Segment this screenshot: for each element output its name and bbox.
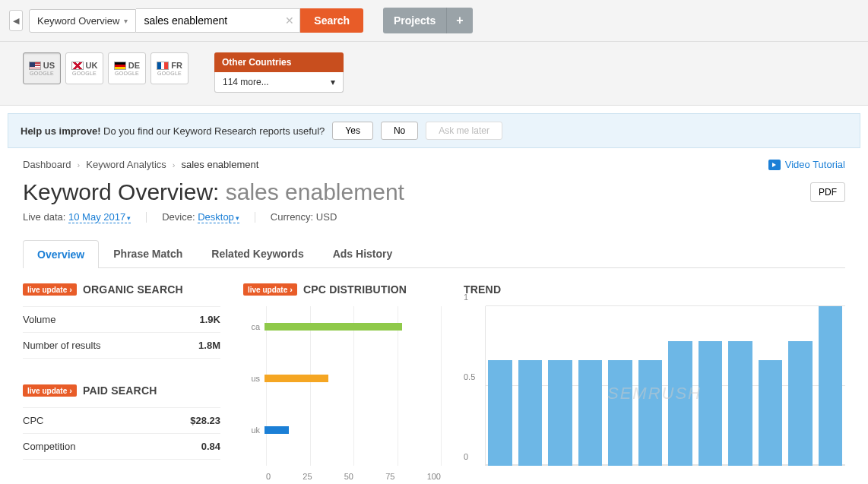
scope-label: Keyword Overview [37, 15, 119, 27]
cpc-bar-row: us [243, 375, 441, 382]
tab-ads-history[interactable]: Ads History [318, 239, 407, 267]
clear-icon[interactable]: ✕ [285, 14, 294, 27]
page-title: Keyword Overview: sales enablement [23, 179, 404, 205]
breadcrumb-item[interactable]: Dashboard [23, 159, 71, 170]
trend-bar [699, 341, 723, 466]
chevron-right-icon: › [173, 160, 176, 169]
currency: Currency: USD [271, 211, 337, 223]
live-update-badge: live update [23, 384, 77, 397]
cpc-bar [265, 375, 328, 382]
top-bar: ◀ Keyword Overview ▾ ✕ Search Projects + [0, 0, 868, 42]
axis-tick: 0 [266, 472, 271, 481]
export-pdf-button[interactable]: PDF [810, 182, 845, 202]
main-content: Dashboard › Keyword Analytics › sales en… [0, 148, 868, 484]
stat-row: Competition0.84 [23, 434, 220, 460]
axis-tick: 1 [464, 293, 468, 302]
feedback-later-button[interactable]: Ask me later [426, 122, 502, 140]
divider [255, 212, 255, 223]
trend-bar [608, 360, 632, 466]
other-countries: Other Countries 114 more... ▾ [214, 52, 344, 93]
trend-bar [638, 360, 663, 466]
country-code: FR [171, 61, 182, 70]
axis-tick: 75 [385, 472, 394, 481]
stat-value: $28.23 [190, 415, 220, 426]
left-column: live update ORGANIC SEARCH Volume1.9KNum… [23, 283, 220, 481]
axis-tick: 50 [344, 472, 353, 481]
stat-row: Number of results1.8M [23, 333, 220, 359]
trend-head: TREND [464, 283, 845, 296]
scope-dropdown[interactable]: Keyword Overview ▾ [29, 9, 136, 33]
country-tile-fr[interactable]: FRGOOGLE [150, 52, 188, 84]
panels: live update ORGANIC SEARCH Volume1.9KNum… [23, 283, 845, 481]
chevron-down-icon: ▾ [127, 214, 131, 222]
country-code: US [43, 61, 55, 70]
live-data: Live data: 10 May 2017▾ [23, 211, 131, 223]
meta-row: Live data: 10 May 2017▾ Device: Desktop▾… [23, 211, 845, 223]
country-code: DE [128, 61, 140, 70]
cpc-bar [265, 426, 289, 434]
stat-label: Volume [23, 314, 55, 325]
cpc-title: CPC DISTRIBUTION [303, 283, 407, 296]
country-tile-us[interactable]: USGOOGLE [23, 52, 61, 84]
flag-icon [29, 62, 41, 70]
trend-column: TREND 00.51SEMRUSH [464, 283, 845, 481]
stat-row: Volume1.9K [23, 306, 220, 333]
feedback-bold: Help us improve! [21, 125, 100, 137]
cpc-head: live update CPC DISTRIBUTION [243, 283, 441, 296]
organic-search-head: live update ORGANIC SEARCH [23, 283, 220, 296]
stat-label: Number of results [23, 340, 101, 351]
trend-bar [578, 360, 603, 466]
organic-search-title: ORGANIC SEARCH [83, 283, 183, 296]
divider [146, 212, 147, 223]
live-data-label: Live data: [23, 211, 65, 223]
other-countries-title: Other Countries [214, 52, 344, 72]
stat-value: 0.84 [201, 441, 220, 452]
tab-related-keywords[interactable]: Related Keywords [197, 239, 318, 267]
engine-label: GOOGLE [72, 71, 97, 76]
collapse-sidebar-button[interactable]: ◀ [9, 10, 23, 31]
feedback-no-button[interactable]: No [381, 122, 418, 140]
chevron-down-icon: ▾ [124, 17, 128, 25]
trend-bar [819, 306, 843, 466]
trend-title: TREND [464, 283, 501, 296]
axis-tick: 0 [464, 452, 468, 461]
title-row: Keyword Overview: sales enablement PDF [23, 179, 845, 205]
device-value[interactable]: Desktop▾ [198, 211, 239, 223]
tabs: OverviewPhrase MatchRelated KeywordsAds … [23, 239, 845, 268]
paid-search-head: live update PAID SEARCH [23, 384, 220, 397]
flag-icon [71, 62, 84, 70]
live-data-value[interactable]: 10 May 2017▾ [68, 211, 131, 223]
chevron-down-icon: ▾ [331, 77, 335, 87]
trend-bar [488, 360, 512, 466]
trend-chart: 00.51SEMRUSH [464, 306, 845, 481]
projects-group: Projects + [383, 8, 473, 33]
engine-label: GOOGLE [115, 71, 139, 76]
country-tile-uk[interactable]: UKGOOGLE [65, 52, 103, 84]
tab-phrase-match[interactable]: Phrase Match [99, 239, 197, 267]
country-tile-de[interactable]: DEGOOGLE [108, 52, 146, 84]
video-tutorial-label: Video Tutorial [785, 159, 845, 170]
search-button[interactable]: Search [300, 8, 363, 33]
projects-button[interactable]: Projects [383, 8, 446, 33]
live-update-badge: live update [243, 283, 297, 296]
feedback-text: Do you find our Keyword Research reports… [103, 125, 325, 137]
cpc-category-label: us [243, 374, 265, 383]
keyword-search-input[interactable] [136, 8, 300, 33]
device: Device: Desktop▾ [162, 211, 239, 223]
axis-tick: 100 [427, 472, 441, 481]
country-code: UK [86, 61, 98, 70]
flag-icon [114, 62, 126, 70]
tab-overview[interactable]: Overview [23, 240, 99, 268]
feedback-yes-button[interactable]: Yes [332, 122, 373, 140]
cpc-bar-row: ca [243, 323, 441, 331]
title-prefix: Keyword Overview: [23, 179, 226, 204]
breadcrumb-item[interactable]: Keyword Analytics [86, 159, 166, 170]
title-keyword: sales enablement [226, 179, 404, 204]
cpc-column: live update CPC DISTRIBUTION causuk02550… [243, 283, 441, 481]
cpc-category-label: ca [243, 322, 265, 331]
currency-value: USD [316, 211, 337, 223]
trend-bar [759, 360, 783, 466]
video-tutorial-link[interactable]: Video Tutorial [768, 159, 845, 170]
other-countries-dropdown[interactable]: 114 more... ▾ [214, 72, 344, 93]
add-project-button[interactable]: + [446, 8, 472, 33]
